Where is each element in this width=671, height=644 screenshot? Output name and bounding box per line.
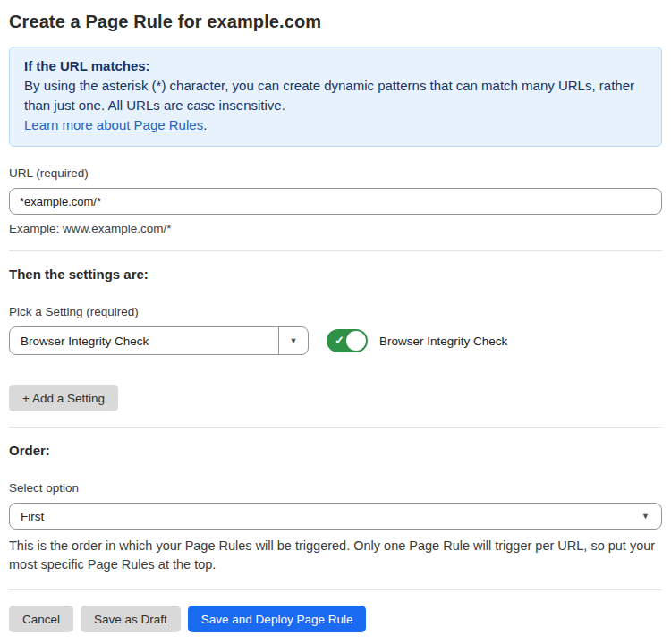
order-select-value: First: [10, 510, 661, 523]
divider: [9, 427, 662, 428]
form-actions: Cancel Save as Draft Save and Deploy Pag…: [9, 606, 662, 632]
page-title: Create a Page Rule for example.com: [9, 12, 662, 32]
divider: [9, 250, 662, 251]
learn-more-link[interactable]: Learn more about Page Rules: [24, 117, 203, 132]
order-select-label: Select option: [9, 481, 662, 495]
page-rule-form: Create a Page Rule for example.com If th…: [0, 0, 671, 632]
save-and-deploy-button[interactable]: Save and Deploy Page Rule: [188, 606, 367, 632]
link-period: .: [203, 117, 207, 132]
setting-picker-label: Pick a Setting (required): [9, 305, 662, 318]
toggle-knob: [346, 331, 366, 351]
setting-toggle-on[interactable]: ✓: [327, 329, 368, 352]
info-box-link-line: Learn more about Page Rules.: [24, 115, 647, 135]
chevron-down-icon: ▼: [290, 337, 298, 345]
toggle-label: Browser Integrity Check: [379, 335, 507, 348]
url-example-hint: Example: www.example.com/*: [9, 222, 662, 235]
info-box-body: By using the asterisk (*) character, you…: [24, 76, 647, 115]
order-select[interactable]: First ▼: [9, 503, 662, 530]
setting-select-arrow-button[interactable]: ▼: [278, 327, 308, 354]
url-match-info-box: If the URL matches: By using the asteris…: [9, 47, 662, 147]
chevron-down-icon: ▼: [641, 513, 650, 521]
order-section-heading: Order:: [9, 443, 662, 458]
setting-row: Browser Integrity Check ▼ ✓ Browser Inte…: [9, 326, 662, 355]
setting-select-value: Browser Integrity Check: [10, 335, 278, 348]
cancel-button[interactable]: Cancel: [9, 606, 73, 632]
settings-section-heading: Then the settings are:: [9, 267, 662, 282]
setting-select[interactable]: Browser Integrity Check ▼: [9, 326, 309, 355]
order-help-text: This is the order in which your Page Rul…: [9, 537, 662, 574]
divider: [9, 589, 662, 590]
info-box-heading: If the URL matches:: [24, 56, 647, 76]
add-setting-button[interactable]: + Add a Setting: [9, 385, 118, 411]
check-icon: ✓: [335, 334, 344, 347]
save-as-draft-button[interactable]: Save as Draft: [81, 606, 181, 632]
url-field-label: URL (required): [9, 166, 662, 180]
url-input[interactable]: [9, 188, 662, 215]
